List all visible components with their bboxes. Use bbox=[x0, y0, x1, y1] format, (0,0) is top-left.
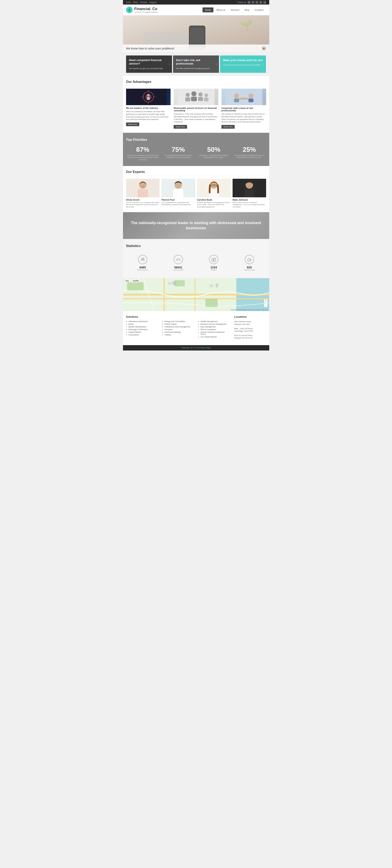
expert-illustration-4 bbox=[233, 179, 266, 197]
stat-icon-projects bbox=[209, 255, 218, 264]
stat-item-code: 56841 Lines of Code bbox=[162, 253, 195, 273]
footer-link-insurance[interactable]: Insurance bbox=[165, 329, 194, 331]
footer-link-soa[interactable]: Service Oriented Architecture (SOA) bbox=[201, 331, 230, 335]
footer-link-network[interactable]: Our Global Network bbox=[201, 336, 230, 338]
facebook-icon[interactable]: f bbox=[252, 1, 254, 4]
expert-photo-2 bbox=[162, 179, 195, 197]
map-btn-map[interactable]: Map bbox=[124, 279, 131, 282]
zoom-out-btn[interactable]: − bbox=[264, 303, 268, 307]
svg-rect-61 bbox=[168, 282, 171, 285]
expert-item-1: Olivia Grosh As the co-founder of our co… bbox=[126, 179, 160, 208]
clients-icon bbox=[140, 257, 145, 262]
svg-rect-26 bbox=[234, 98, 239, 102]
footer-link-alt-invest[interactable]: Alternative Investments bbox=[129, 320, 158, 322]
hero-next-btn[interactable]: ➤ bbox=[262, 46, 266, 51]
footer-brand-link[interactable]: Financial. Co bbox=[181, 347, 192, 349]
promo-box-1[interactable]: Need competent financial advisor? Our ex… bbox=[126, 56, 172, 73]
coffee-icon bbox=[247, 257, 252, 262]
footer-solutions-list-3: Wealth Management Business Process Manag… bbox=[198, 320, 230, 338]
link-archive[interactable]: Archive bbox=[140, 1, 147, 3]
priority-text-4: The percentage of complaints we have to … bbox=[233, 154, 266, 159]
expert-desc-4: Mark's work concerns investment manageme… bbox=[233, 202, 266, 208]
priority-percent-3: 50% bbox=[197, 146, 231, 153]
footer-solutions-3: Solutions Wealth Management Business Pro… bbox=[198, 315, 230, 341]
copyright-text: Financial. Co © 2019 Privacy Policy bbox=[181, 347, 211, 349]
advantage-text-2: Financial Co. is the only company who pr… bbox=[174, 113, 218, 123]
expert-item-2: Patrick Pool He is responsible for coope… bbox=[162, 179, 195, 208]
privacy-policy-link[interactable]: Privacy Policy bbox=[199, 347, 211, 349]
experts-title: Our Experts bbox=[126, 170, 266, 176]
logo-icon: 💲 bbox=[126, 7, 133, 13]
hero-section: 🌱 We know how to solve your problems! ➤ bbox=[123, 15, 269, 52]
logo-tagline: Success Through Excellence bbox=[134, 11, 158, 13]
nav-home[interactable]: Home bbox=[202, 7, 214, 12]
advantage-title-3: Cooperate with a team of real profession… bbox=[222, 107, 266, 112]
priority-item-4: 25% The percentage of complaints we have… bbox=[233, 146, 266, 161]
promo-title-3: Make your money work for you bbox=[223, 59, 263, 62]
footer-link-bpm[interactable]: Business Process Management bbox=[201, 323, 230, 325]
zoom-in-btn[interactable]: + bbox=[264, 299, 268, 303]
promo-box-3[interactable]: Make your money work for you Learn how t… bbox=[220, 56, 266, 73]
footer-link-data[interactable]: Data Management bbox=[201, 326, 230, 328]
footer-link-global-trading[interactable]: Global Trading bbox=[165, 323, 194, 325]
footer-link-trading[interactable]: Trading bbox=[165, 334, 194, 336]
read-more-btn-1[interactable]: Read more bbox=[126, 122, 139, 126]
googleplus-icon[interactable]: g bbox=[259, 1, 262, 4]
advantage-img-3 bbox=[222, 89, 266, 105]
nav-contacts[interactable]: Contacts bbox=[252, 7, 266, 12]
svg-rect-19 bbox=[191, 97, 197, 101]
stat-item-clients: 8465 Clients Served bbox=[126, 253, 160, 273]
advantage-img-2 bbox=[174, 89, 218, 105]
pinterest-icon[interactable]: p bbox=[263, 1, 266, 4]
expert-photo-3 bbox=[197, 179, 231, 197]
header: 💲 Financial. Co Success Through Excellen… bbox=[123, 4, 269, 15]
stat-number-coffee: 829 bbox=[235, 266, 264, 269]
stat-item-coffee: 829 Cups of Coffee bbox=[233, 253, 266, 273]
priority-item-1: 87% We pay a lot of attention to the pro… bbox=[126, 146, 160, 161]
stat-label-coffee: Cups of Coffee bbox=[235, 269, 264, 271]
read-more-btn-2[interactable]: Read more bbox=[174, 125, 187, 129]
footer-link-wealth[interactable]: Wealth Management bbox=[201, 320, 230, 322]
footer-link-capital[interactable]: Capital Markets bbox=[129, 331, 158, 333]
svg-rect-48 bbox=[212, 259, 214, 261]
svg-rect-23 bbox=[204, 97, 209, 101]
promo-box-2[interactable]: Don't take risk, ask professionals We of… bbox=[173, 56, 219, 73]
decorative-plant: 🌱 bbox=[240, 20, 253, 31]
link-faqs[interactable]: FAQs bbox=[133, 1, 138, 3]
top-bar-links: Links FAQs Archive Support bbox=[126, 1, 158, 3]
footer-link-energy[interactable]: Energy and Commodities bbox=[165, 320, 194, 322]
link-links[interactable]: Links bbox=[126, 1, 131, 3]
link-support[interactable]: Support bbox=[149, 1, 157, 3]
twitter-icon[interactable]: t bbox=[255, 1, 258, 4]
expert-photo-1 bbox=[126, 179, 160, 197]
priority-percent-1: 87% bbox=[126, 146, 160, 153]
footer-section: Solutions Alternative Investments Banks … bbox=[123, 311, 269, 345]
read-more-btn-3[interactable]: Read more bbox=[222, 125, 235, 129]
priorities-section: Top Priorities 87% We pay a lot of atten… bbox=[123, 133, 269, 166]
footer-link-brokerage[interactable]: Brokerage & Clearance bbox=[129, 329, 158, 331]
svg-rect-21 bbox=[198, 97, 203, 101]
footer-link-banks[interactable]: Banks bbox=[129, 323, 158, 325]
expert-illustration-3 bbox=[197, 179, 231, 197]
location-item-1: 1981 Shannon Road,Glasgow, G44 3RH bbox=[234, 320, 266, 326]
projects-icon bbox=[211, 257, 216, 262]
nav-blog[interactable]: Blog bbox=[242, 7, 252, 12]
advantage-item-3: Cooperate with a team of real profession… bbox=[222, 89, 266, 128]
footer-link-inv-banking[interactable]: Investment Banking bbox=[165, 331, 194, 333]
rss-icon[interactable]: ⊕ bbox=[248, 1, 251, 4]
footer-link-risk[interactable]: Risk & Compliance bbox=[201, 329, 230, 331]
nav-services[interactable]: Services bbox=[228, 7, 242, 12]
footer-link-inst-asset[interactable]: Institutional Asset Management bbox=[165, 326, 194, 328]
svg-point-45 bbox=[141, 258, 143, 259]
hero-caption: We know how to solve your problems! ➤ bbox=[123, 44, 269, 52]
map-controls: Map Satellite bbox=[124, 279, 141, 282]
promo-title-1: Need competent financial advisor? bbox=[129, 59, 169, 66]
advantage-illustration-3 bbox=[222, 89, 266, 105]
svg-line-47 bbox=[178, 258, 178, 261]
svg-point-29 bbox=[242, 97, 245, 100]
footer-link-benefit[interactable]: Benefit Administration bbox=[129, 326, 158, 328]
code-icon bbox=[176, 257, 181, 262]
map-btn-satellite[interactable]: Satellite bbox=[131, 279, 140, 282]
footer-link-corp[interactable]: Corporations bbox=[129, 334, 158, 336]
nav-about[interactable]: About us bbox=[214, 7, 228, 12]
